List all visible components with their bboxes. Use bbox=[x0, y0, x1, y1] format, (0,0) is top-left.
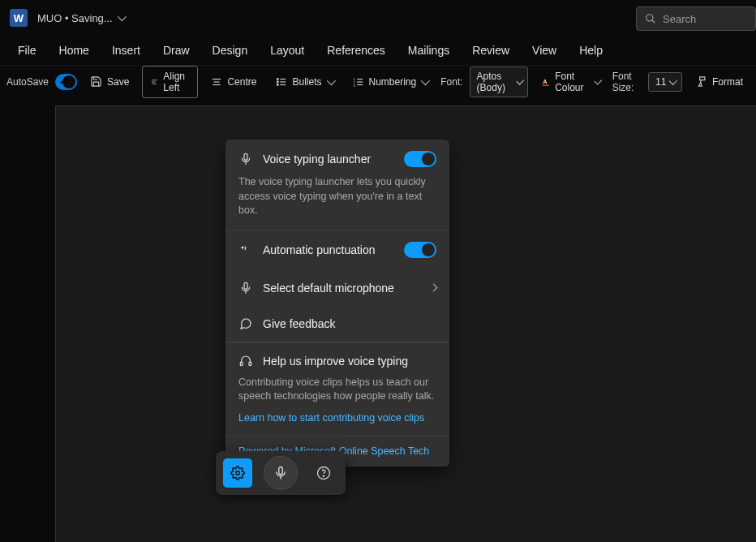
voice-settings-button[interactable] bbox=[223, 458, 252, 488]
menu-review[interactable]: Review bbox=[461, 37, 521, 63]
align-left-button[interactable]: Align Left bbox=[142, 66, 198, 98]
bullets-button[interactable]: Bullets bbox=[269, 73, 339, 91]
search-box[interactable]: Search bbox=[636, 6, 756, 31]
punctuation-icon bbox=[238, 243, 253, 256]
numbering-button[interactable]: 123 Numbering bbox=[346, 73, 435, 91]
menu-mailings[interactable]: Mailings bbox=[397, 37, 461, 63]
align-left-icon bbox=[151, 76, 158, 88]
svg-point-8 bbox=[277, 78, 279, 80]
bullets-icon bbox=[276, 76, 287, 88]
give-feedback-row[interactable]: Give feedback bbox=[238, 306, 436, 342]
numbering-icon: 123 bbox=[353, 76, 364, 88]
feedback-title: Give feedback bbox=[263, 317, 436, 330]
font-colour-icon: A bbox=[541, 75, 550, 88]
svg-point-24 bbox=[242, 246, 244, 248]
improve-link[interactable]: Learn how to start contributing voice cl… bbox=[238, 412, 436, 424]
microphone-icon bbox=[238, 153, 253, 166]
svg-rect-30 bbox=[279, 467, 283, 475]
svg-text:3: 3 bbox=[353, 83, 355, 87]
svg-text:A: A bbox=[543, 77, 548, 84]
help-icon bbox=[316, 466, 331, 480]
svg-point-0 bbox=[646, 15, 653, 21]
font-size-value: 11 bbox=[655, 76, 666, 88]
improve-description: Contributing voice clips helps us teach … bbox=[238, 376, 436, 404]
search-icon bbox=[645, 13, 656, 24]
save-button[interactable]: Save bbox=[84, 72, 135, 91]
voice-typing-launcher-section: Voice typing launcher The voice typing l… bbox=[226, 140, 449, 230]
microphone-icon bbox=[238, 282, 253, 295]
chevron-down-icon bbox=[117, 12, 126, 21]
punctuation-toggle[interactable] bbox=[404, 242, 436, 258]
menu-bar: File Home Insert Draw Design Layout Refe… bbox=[0, 36, 756, 65]
launcher-toggle[interactable] bbox=[404, 151, 436, 167]
format-button[interactable]: Format bbox=[689, 72, 750, 91]
menu-layout[interactable]: Layout bbox=[259, 37, 316, 63]
autosave-toggle[interactable]: ✓ bbox=[55, 74, 77, 90]
svg-point-33 bbox=[323, 475, 324, 476]
menu-view[interactable]: View bbox=[521, 37, 568, 63]
search-placeholder: Search bbox=[663, 13, 696, 25]
title-bar: W MUO • Saving... Search bbox=[0, 0, 756, 36]
feedback-icon bbox=[238, 317, 253, 330]
svg-rect-27 bbox=[240, 362, 243, 365]
menu-design[interactable]: Design bbox=[201, 37, 260, 63]
headset-icon bbox=[238, 355, 253, 368]
svg-rect-21 bbox=[543, 84, 549, 86]
improve-section: Help us improve voice typing Contributin… bbox=[226, 342, 449, 436]
font-value: Aptos (Body) bbox=[477, 71, 513, 93]
font-size-select[interactable]: 11 bbox=[648, 72, 682, 92]
chevron-down-icon bbox=[516, 76, 524, 84]
microphone-icon bbox=[273, 466, 288, 480]
microphone-title: Select default microphone bbox=[263, 282, 421, 295]
save-label: Save bbox=[107, 76, 129, 88]
chevron-down-icon bbox=[421, 75, 430, 84]
menu-insert[interactable]: Insert bbox=[101, 37, 152, 63]
menu-references[interactable]: References bbox=[316, 37, 397, 63]
numbering-label: Numbering bbox=[369, 76, 417, 88]
centre-button[interactable]: Centre bbox=[204, 73, 263, 91]
chevron-down-icon bbox=[594, 76, 602, 84]
svg-line-1 bbox=[652, 20, 655, 24]
menu-help[interactable]: Help bbox=[568, 37, 614, 63]
font-label: Font: bbox=[440, 76, 462, 88]
save-icon bbox=[90, 75, 102, 88]
align-centre-icon bbox=[211, 76, 222, 88]
document-title-text: MUO • Saving... bbox=[37, 12, 113, 24]
punctuation-title: Automatic punctuation bbox=[263, 243, 394, 256]
gear-icon bbox=[230, 466, 245, 480]
bullets-label: Bullets bbox=[292, 76, 321, 88]
word-app-icon: W bbox=[10, 9, 28, 27]
voice-help-button[interactable] bbox=[309, 458, 338, 488]
options-section: Automatic punctuation Select default mic… bbox=[226, 230, 449, 342]
font-colour-button[interactable]: A Font Colour bbox=[535, 67, 605, 97]
autosave-label: AutoSave bbox=[6, 76, 49, 88]
menu-home[interactable]: Home bbox=[48, 37, 101, 63]
align-left-label: Align Left bbox=[163, 71, 189, 93]
chevron-right-icon bbox=[430, 284, 438, 292]
svg-rect-25 bbox=[244, 282, 247, 289]
format-label: Format bbox=[712, 76, 743, 88]
menu-draw[interactable]: Draw bbox=[152, 37, 201, 63]
svg-point-10 bbox=[277, 84, 279, 85]
select-microphone-row[interactable]: Select default microphone bbox=[238, 270, 436, 306]
toolbar: AutoSave ✓ Save Align Left Centre Bullet… bbox=[0, 65, 756, 97]
svg-point-9 bbox=[277, 81, 279, 83]
launcher-description: The voice typing launcher lets you quick… bbox=[238, 175, 436, 218]
launcher-title: Voice typing launcher bbox=[263, 153, 394, 166]
voice-typing-toolbar bbox=[216, 451, 346, 495]
chevron-down-icon bbox=[326, 75, 335, 84]
svg-rect-28 bbox=[249, 362, 251, 365]
centre-label: Centre bbox=[227, 76, 256, 88]
improve-title: Help us improve voice typing bbox=[263, 355, 436, 368]
voice-typing-settings-popup: Voice typing launcher The voice typing l… bbox=[226, 140, 449, 467]
svg-rect-22 bbox=[244, 153, 247, 160]
svg-point-29 bbox=[236, 471, 240, 475]
font-select[interactable]: Aptos (Body) bbox=[470, 67, 529, 97]
menu-file[interactable]: File bbox=[6, 37, 48, 63]
document-title[interactable]: MUO • Saving... bbox=[37, 12, 124, 24]
voice-mic-button[interactable] bbox=[264, 456, 298, 490]
format-painter-icon bbox=[695, 75, 707, 88]
font-size-label: Font Size: bbox=[612, 71, 642, 93]
chevron-down-icon bbox=[669, 76, 677, 84]
font-colour-label: Font Colour bbox=[555, 71, 590, 93]
